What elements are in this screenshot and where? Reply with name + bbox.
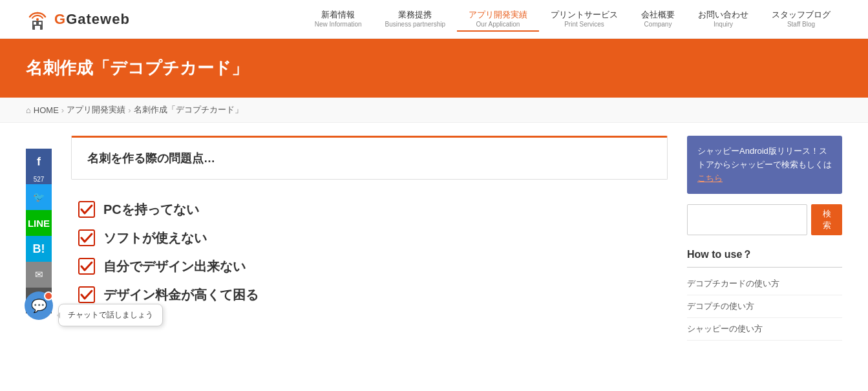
- svg-rect-3: [39, 22, 41, 25]
- how-to-title: How to use？: [687, 248, 842, 262]
- nav-app-dev[interactable]: アプリ開発実績 Our Application: [457, 6, 539, 32]
- how-to-link-item: デコプチカードの使い方: [687, 273, 842, 295]
- chat-bubble[interactable]: チャットで話しましょう: [58, 304, 163, 326]
- page-banner: 名刺作成「デコプチカード」: [0, 39, 868, 98]
- chat-button[interactable]: 💬: [25, 291, 53, 320]
- chat-notification-dot: [44, 291, 53, 301]
- problem-section: 名刺を作る際の問題点…: [71, 136, 668, 180]
- list-item: 自分でデザイン出来ない: [78, 252, 661, 280]
- section-title: 名刺を作る際の問題点…: [87, 151, 651, 166]
- nav-blog[interactable]: スタッフブログ Staff Blog: [760, 6, 842, 32]
- nav-inquiry[interactable]: お問い合わせ Inquiry: [686, 6, 760, 32]
- checkbox-icon: [78, 229, 96, 247]
- main-nav: 新着情報 New Information 業務提携 Business partn…: [303, 6, 842, 32]
- facebook-icon: f: [37, 155, 41, 169]
- breadcrumb-current: 名刺作成「デコプチカード」: [134, 104, 243, 116]
- svg-rect-4: [35, 26, 40, 30]
- breadcrumb-home[interactable]: HOME: [34, 105, 59, 115]
- nav-business[interactable]: 業務提携 Business partnership: [374, 6, 457, 32]
- logo-text: GGateweb: [54, 11, 130, 28]
- how-to-link-item: デコプチの使い方: [687, 295, 842, 318]
- nav-print[interactable]: プリントサービス Print Services: [539, 6, 630, 32]
- search-button[interactable]: 検索: [811, 204, 842, 235]
- page-title: 名刺作成「デコプチカード」: [26, 57, 842, 79]
- list-item: PCを持ってない: [78, 195, 661, 224]
- how-to-link-0[interactable]: デコプチカードの使い方: [687, 279, 779, 288]
- how-to-link-1[interactable]: デコプチの使い方: [687, 301, 754, 311]
- how-to-link-item: シャッピーの使い方: [687, 318, 842, 341]
- logo-icon: [26, 8, 49, 31]
- twitter-icon: 🐦: [33, 191, 45, 203]
- how-to-divider: [687, 267, 842, 268]
- main-layout: f 527 🐦 LINE B! ✉ ↑ チャットで話しましょう 💬: [0, 123, 868, 354]
- problem-list: PCを持ってない ソフトが使えない 自分でデザイン出来ない: [71, 195, 668, 309]
- checkbox-icon: [78, 200, 96, 218]
- logo[interactable]: GGateweb: [26, 8, 130, 31]
- checkbox-icon: [78, 286, 96, 304]
- how-to-links: デコプチカードの使い方 デコプチの使い方 シャッピーの使い方: [687, 273, 842, 341]
- twitter-button[interactable]: 🐦: [26, 184, 52, 210]
- search-box: 検索: [687, 204, 842, 235]
- line-button[interactable]: LINE: [26, 210, 52, 236]
- how-to-link-2[interactable]: シャッピーの使い方: [687, 324, 763, 333]
- mail-icon: ✉: [35, 269, 43, 280]
- hatena-icon: B!: [33, 242, 45, 256]
- mail-button[interactable]: ✉: [26, 262, 52, 288]
- sidebar-promo-link[interactable]: こちら: [697, 173, 723, 183]
- chat-icon: 💬: [31, 298, 47, 313]
- list-item: ソフトが使えない: [78, 224, 661, 252]
- facebook-button[interactable]: f: [26, 149, 52, 174]
- svg-point-0: [36, 18, 39, 21]
- checkbox-icon: [78, 257, 96, 275]
- list-item: デザイン料金が高くて困る: [78, 280, 661, 309]
- breadcrumb: ⌂ HOME › アプリ開発実績 › 名刺作成「デコプチカード」: [0, 98, 868, 123]
- svg-rect-2: [34, 22, 36, 25]
- nav-company[interactable]: 会社概要 Company: [630, 6, 686, 32]
- nav-new-info[interactable]: 新着情報 New Information: [303, 6, 374, 32]
- right-sidebar: シャッピーAndroid版リリース！ストアからシャッピーで検索もしくは こちら …: [687, 136, 842, 341]
- facebook-count: 527: [26, 174, 52, 184]
- search-input[interactable]: [687, 204, 807, 235]
- social-sidebar: f 527 🐦 LINE B! ✉ ↑ チャットで話しましょう 💬: [26, 149, 52, 341]
- header: GGateweb 新着情報 New Information 業務提携 Busin…: [0, 0, 868, 39]
- line-icon: LINE: [28, 218, 50, 229]
- breadcrumb-section[interactable]: アプリ開発実績: [67, 104, 125, 116]
- home-icon: ⌂: [26, 105, 31, 115]
- hatena-button[interactable]: B!: [26, 236, 52, 262]
- sidebar-promo-banner: シャッピーAndroid版リリース！ストアからシャッピーで検索もしくは こちら: [687, 136, 842, 194]
